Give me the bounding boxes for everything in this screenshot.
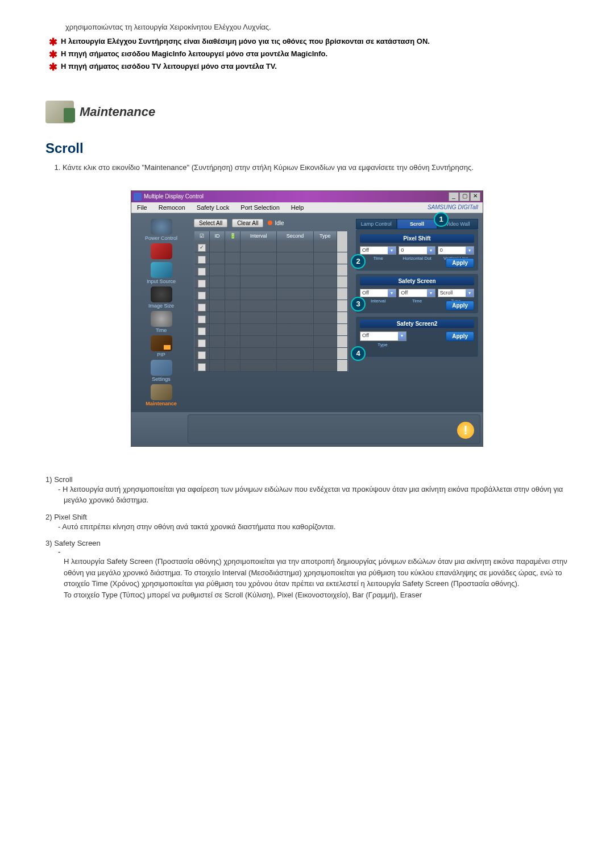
col-scrollbar[interactable] <box>337 231 348 240</box>
row-checkbox[interactable] <box>198 280 206 288</box>
safety-type-dropdown[interactable]: Scroll▾ <box>438 289 474 297</box>
power-icon <box>151 219 172 235</box>
window-title: Multiple Display Control <box>144 193 204 200</box>
table-row[interactable] <box>194 348 348 360</box>
sidebar-label-settings: Settings <box>152 376 171 382</box>
minimize-button[interactable]: _ <box>449 192 459 201</box>
table-row[interactable] <box>194 276 348 288</box>
callout-3: 3 <box>351 297 366 312</box>
col-check[interactable]: ☑ <box>194 231 210 240</box>
footer-area: ! <box>131 412 483 446</box>
maximize-button[interactable]: ▢ <box>459 192 470 201</box>
clear-all-button[interactable]: Clear All <box>232 219 263 227</box>
star-icon: ✱ <box>49 49 57 60</box>
row-checkbox[interactable] <box>198 351 206 359</box>
sidebar-label-maintenance: Maintenance <box>146 401 177 406</box>
intro-text: χρησιμοποιώντας τη λειτουργία Χειροκίνητ… <box>65 23 569 31</box>
pixel-shift-title: Pixel Shift <box>360 234 474 243</box>
callout-2: 2 <box>351 254 366 269</box>
tab-scroll[interactable]: Scroll <box>397 219 438 229</box>
row-checkbox[interactable] <box>198 292 206 300</box>
sidebar-item-source[interactable] <box>134 243 188 260</box>
row-checkbox[interactable] <box>198 327 206 335</box>
row-checkbox[interactable] <box>198 244 206 252</box>
safety2-apply-button[interactable]: Apply <box>446 331 474 341</box>
time-icon <box>151 311 172 327</box>
screenshot-container: Multiple Display Control _ ▢ ✕ File Remo… <box>131 190 483 447</box>
sidebar-label-power: Power Control <box>145 235 177 241</box>
idle-dot-icon <box>268 221 272 225</box>
star-bullet-3: ✱ Η πηγή σήματος εισόδου TV λειτουργεί μ… <box>49 62 569 72</box>
sidebar-item-settings[interactable]: Settings <box>134 360 188 382</box>
label-type2: Type <box>360 342 405 347</box>
table-row[interactable] <box>194 288 348 300</box>
bullet-text-3: Η πηγή σήματος εισόδου TV λειτουργεί μόν… <box>61 62 569 70</box>
safety-apply-button[interactable]: Apply <box>446 301 474 310</box>
star-bullet-2: ✱ Η πηγή σήματος εισόδου MagicInfo λειτο… <box>49 49 569 60</box>
table-row[interactable] <box>194 312 348 324</box>
pixel-shift-hdot-dropdown[interactable]: 0▾ <box>399 246 435 255</box>
menubar: File Remocon Safety Lock Port Selection … <box>131 202 483 213</box>
row-checkbox[interactable] <box>198 268 206 276</box>
table-row[interactable] <box>194 300 348 312</box>
desc-3-title: 3) Safety Screen <box>45 539 569 547</box>
row-checkbox[interactable] <box>198 256 206 264</box>
idle-label: Idle <box>275 220 284 226</box>
menu-remocon[interactable]: Remocon <box>153 202 191 213</box>
description-list: 1) Scroll - Η λειτουργία αυτή χρησιμοποι… <box>45 475 569 601</box>
safety2-type-dropdown[interactable]: Off▾ <box>360 331 406 341</box>
section-title: Maintenance <box>80 105 155 119</box>
col-type: Type <box>314 231 337 240</box>
sidebar-label-input: Input Source <box>147 279 176 284</box>
pixel-shift-apply-button[interactable]: Apply <box>446 258 474 268</box>
warning-icon: ! <box>457 422 474 439</box>
sidebar-item-pip[interactable]: PIP <box>134 335 188 358</box>
menu-help[interactable]: Help <box>285 202 310 213</box>
table-row[interactable] <box>194 252 348 264</box>
table-row[interactable] <box>194 336 348 348</box>
close-button[interactable]: ✕ <box>470 192 480 201</box>
desc-3-body2: Το στοιχείο Type (Τύπος) μπορεί να ρυθμι… <box>64 589 569 601</box>
table-row[interactable] <box>194 324 348 336</box>
sidebar-label-pip: PIP <box>157 352 165 358</box>
app-window: Multiple Display Control _ ▢ ✕ File Remo… <box>131 190 483 447</box>
star-icon: ✱ <box>49 62 57 72</box>
pixel-shift-vline-dropdown[interactable]: 0▾ <box>438 246 474 255</box>
pixel-shift-off-dropdown[interactable]: Off▾ <box>360 246 396 255</box>
desc-1-body: - Η λειτουργία αυτή χρησιμοποιείται για … <box>64 484 569 506</box>
table-row[interactable] <box>194 264 348 276</box>
sidebar-item-input-source[interactable]: Input Source <box>134 262 188 284</box>
menu-file[interactable]: File <box>131 202 153 213</box>
menu-safety-lock[interactable]: Safety Lock <box>191 202 235 213</box>
safety-screen-title: Safety Screen <box>360 277 474 285</box>
source-icon <box>151 243 172 259</box>
table-row[interactable] <box>194 360 348 372</box>
sidebar-item-maintenance[interactable]: Maintenance <box>134 384 188 406</box>
desc-1-title: 1) Scroll <box>45 475 569 484</box>
row-checkbox[interactable] <box>198 363 206 371</box>
label-hdot: Horizontal Dot <box>399 256 435 261</box>
idle-indicator: Idle <box>268 220 284 226</box>
select-all-button[interactable]: Select All <box>194 219 227 227</box>
settings-icon <box>151 360 172 376</box>
row-checkbox[interactable] <box>198 315 206 323</box>
row-checkbox[interactable] <box>198 339 206 347</box>
label-time2: Time <box>399 298 435 304</box>
menu-port-selection[interactable]: Port Selection <box>235 202 285 213</box>
center-panel: Select All Clear All Idle ☑ ID 🔋 Interva… <box>191 213 351 412</box>
tab-lamp-control[interactable]: Lamp Control <box>356 219 397 229</box>
sidebar: Power Control Input Source Image Size Ti… <box>131 213 191 412</box>
sidebar-label-time: Time <box>156 327 167 333</box>
sidebar-item-power[interactable]: Power Control <box>134 219 188 241</box>
safety-time-dropdown[interactable]: Off▾ <box>399 289 435 297</box>
row-checkbox[interactable] <box>198 304 206 312</box>
status-area: ! <box>188 414 480 444</box>
sidebar-item-time[interactable]: Time <box>134 311 188 333</box>
right-panel: 1 Lamp Control Scroll Video Wall Pixel S… <box>351 213 483 412</box>
grid-table: ☑ ID 🔋 Interval Second Type <box>194 231 349 372</box>
table-row[interactable] <box>194 240 348 252</box>
safety-interval-dropdown[interactable]: Off▾ <box>360 289 396 297</box>
sidebar-item-image-size[interactable]: Image Size <box>134 286 188 309</box>
safety-screen2-title: Safety Screen2 <box>360 319 474 328</box>
scroll-step-1: Κάντε κλικ στο εικονίδιο "Maintenance" (… <box>63 162 569 173</box>
